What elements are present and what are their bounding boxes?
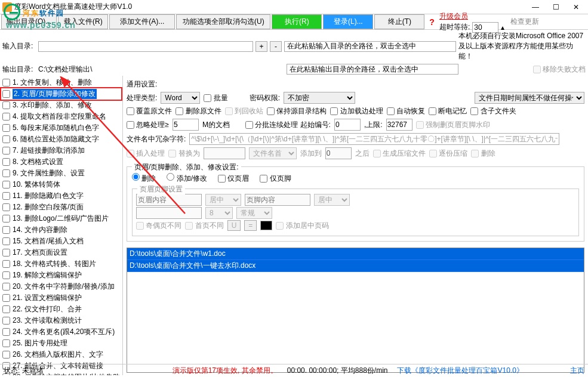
sidebar-item-23[interactable]: 24. 文件名更名(跟4,20项不互斥)	[1, 326, 121, 338]
add-files-button[interactable]: 添加文件(A)...	[109, 14, 175, 29]
sidebar-item-checkbox[interactable]	[2, 294, 10, 302]
run-button[interactable]: 执行(R)	[272, 14, 322, 29]
uncheck-all-button[interactable]: 功能选项全部取消勾选(U)	[176, 14, 270, 29]
sidebar-item-checkbox[interactable]	[2, 169, 10, 177]
load-files-button[interactable]: 载入文件(R)	[58, 14, 108, 29]
sidebar-item-checkbox[interactable]	[2, 79, 10, 86]
add-dir-button[interactable]: +	[255, 41, 267, 52]
sidebar-item-13[interactable]: 13. 删除Logo/二维码/广告图片	[1, 213, 121, 224]
overwrite-checkbox[interactable]	[127, 107, 134, 115]
sidebar-item-17[interactable]: 18. 文件格式转换、转图片	[1, 258, 121, 270]
sidebar-item-7[interactable]: 7. 超链接删除取消添加	[1, 145, 121, 156]
sidebar-item-checkbox[interactable]	[2, 113, 10, 120]
output-dir-button[interactable]: 输出目录(O)...	[1, 14, 57, 29]
sidebar-item-checkbox[interactable]	[2, 260, 10, 268]
upgrade-link[interactable]: 升级会员	[439, 11, 504, 21]
sidebar-item-16[interactable]: 17. 文档页面设置	[1, 247, 121, 258]
stop-button[interactable]: 终止(T)	[374, 14, 424, 29]
sidebar-item-checkbox[interactable]	[2, 271, 10, 279]
file-list[interactable]: D:\tools\桌面\合并文件\w1.docD:\tools\桌面\合并文件\…	[127, 248, 584, 373]
ignore-size-checkbox[interactable]	[127, 121, 134, 129]
remove-dir-button[interactable]: -	[270, 41, 282, 52]
sidebar-item-12[interactable]: 12. 删除空白段落/页面	[1, 202, 121, 213]
check-update-link[interactable]: 检查更新	[510, 17, 539, 27]
sidebar-item-checkbox[interactable]	[2, 249, 10, 257]
hf-delete-radio[interactable]	[132, 173, 140, 181]
sidebar-item-21[interactable]: 22. 仅文件打印、合并	[1, 304, 121, 315]
file-list-item[interactable]: D:\tools\桌面\合并文件\w1.doc	[127, 248, 584, 260]
sidebar-item-checkbox[interactable]	[2, 147, 10, 154]
sidebar-item-20[interactable]: 21. 设置文档编辑保护	[1, 292, 121, 304]
only-footer-checkbox[interactable]	[260, 175, 267, 183]
sidebar-item-9[interactable]: 9. 文件属性删除、设置	[1, 168, 121, 179]
font-size-select: 8	[205, 207, 233, 219]
hf-add-radio[interactable]	[167, 173, 174, 181]
login-button[interactable]: 登录(L)...	[323, 14, 373, 29]
sidebar-item-checkbox[interactable]	[2, 237, 10, 245]
batch-num-checkbox[interactable]	[245, 121, 253, 129]
sidebar-item-5[interactable]: 5. 每段末尾添加随机白色字	[1, 122, 121, 134]
sidebar-item-checkbox[interactable]	[2, 305, 10, 313]
process-type-select[interactable]: Word	[161, 92, 200, 104]
upper-limit-input[interactable]	[386, 119, 412, 131]
sidebar-item-checkbox[interactable]	[2, 226, 10, 234]
delete-orig-checkbox[interactable]	[176, 107, 183, 115]
sidebar-item-checkbox[interactable]	[2, 339, 10, 347]
sidebar-item-checkbox[interactable]	[2, 317, 10, 325]
sidebar-item-checkbox[interactable]	[2, 215, 10, 223]
start-num-input[interactable]	[334, 119, 361, 131]
sidebar-item-1[interactable]: 1. 文件复制、移动、删除	[1, 77, 121, 88]
sidebar-item-4[interactable]: 4. 提取文档首段非空段重命名	[1, 111, 121, 122]
paste-output-dir-field[interactable]	[287, 64, 458, 75]
sidebar-item-checkbox[interactable]	[2, 328, 10, 336]
input-dir-field[interactable]	[38, 41, 253, 52]
password-select[interactable]: 不加密	[284, 92, 355, 104]
redundant-chars-input[interactable]	[189, 133, 559, 145]
sidebar-item-checkbox[interactable]	[2, 351, 10, 359]
close-button[interactable]: ✕	[567, 1, 586, 13]
sidebar-item-checkbox[interactable]	[2, 135, 10, 143]
spinner-icon[interactable]: ▴	[501, 23, 504, 32]
sidebar-item-15[interactable]: 15. 文档首/尾插入文档	[1, 236, 121, 247]
sidebar-item-checkbox[interactable]	[2, 283, 10, 291]
sidebar-item-6[interactable]: 6. 随机位置处添加隐藏文字	[1, 134, 121, 145]
home-link[interactable]: 主页	[570, 366, 584, 376]
date-attr-select[interactable]: 文件日期时间属性不做任何操作	[475, 92, 584, 104]
sidebar-item-checkbox[interactable]	[2, 181, 10, 188]
sidebar-item-25[interactable]: 26. 文档插入版权图片、文字	[1, 349, 121, 360]
sidebar-item-3[interactable]: 3. 水印删除、添加、修改	[1, 100, 121, 111]
sidebar-item-checkbox[interactable]	[2, 192, 10, 200]
download-link[interactable]: 下载《度彩文件批量处理百宝箱V10.0》	[397, 366, 523, 376]
sidebar-item-checkbox[interactable]	[2, 203, 10, 211]
sidebar-item-8[interactable]: 8. 文档格式设置	[1, 156, 121, 168]
bpmem-checkbox[interactable]	[429, 107, 436, 115]
sidebar-item-checkbox[interactable]	[2, 158, 10, 166]
sidebar-item-10[interactable]: 10. 繁体转简体	[1, 179, 121, 190]
batch-checkbox[interactable]	[204, 94, 211, 102]
paste-input-dir-field[interactable]	[284, 41, 456, 52]
sidebar-item-11[interactable]: 11. 删除隐藏/白色文字	[1, 190, 121, 202]
function-sidebar[interactable]: 1. 文件复制、移动、删除2. 页眉/页脚删除添加修改3. 水印删除、添加、修改…	[0, 76, 123, 375]
autorec-checkbox[interactable]	[387, 107, 395, 115]
only-header-checkbox[interactable]	[218, 175, 226, 183]
eq-button: =	[244, 220, 257, 231]
maximize-button[interactable]: ☐	[546, 1, 565, 13]
sidebar-item-2[interactable]: 2. 页眉/页脚删除添加修改	[1, 88, 121, 100]
subdir-checkbox[interactable]	[470, 107, 478, 115]
keep-struct-checkbox[interactable]	[267, 107, 275, 115]
file-list-item[interactable]: D:\tools\桌面\合并文件\一键去水印.docx	[127, 260, 584, 272]
sidebar-item-checkbox[interactable]	[2, 90, 10, 98]
sidebar-item-checkbox[interactable]	[2, 124, 10, 132]
sidebar-item-24[interactable]: 25. 图片专用处理	[1, 338, 121, 349]
sidebar-item-checkbox[interactable]	[2, 101, 10, 109]
minimize-button[interactable]: —	[526, 1, 545, 13]
app-icon	[2, 2, 12, 12]
sidebar-item-18[interactable]: 19. 解除文档编辑保护	[1, 270, 121, 281]
sideload-checkbox[interactable]	[330, 107, 338, 115]
sidebar-item-22[interactable]: 23. 文件读取检测统计	[1, 315, 121, 326]
sidebar-item-19[interactable]: 20. 文件名中字符删除/替换/添加	[1, 281, 121, 292]
help-icon[interactable]: ?	[429, 17, 435, 27]
footer-align-select: 居中	[314, 194, 350, 206]
ignore-size-input[interactable]	[173, 119, 199, 131]
sidebar-item-14[interactable]: 14. 文件内容删除	[1, 224, 121, 236]
